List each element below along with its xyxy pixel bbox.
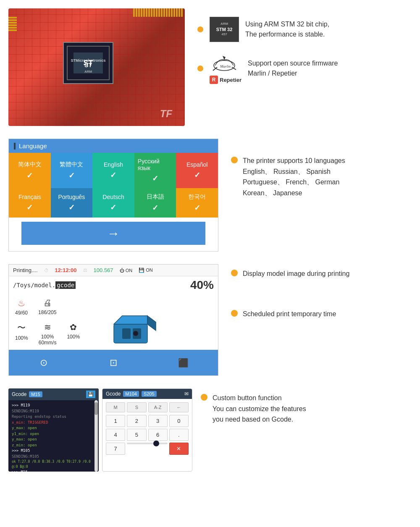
arm-feature-text: Using ARM STM 32 bit chip,The performanc… [245, 19, 329, 39]
bullet-dot-lang [231, 157, 238, 163]
bullet-dot-2 [197, 66, 203, 71]
lang-cell-pt[interactable]: Português ✓ [51, 188, 93, 218]
print-header: Printing.... ⏱ 12:12:00 ⚖ 100.567 ⏻ ON 💾… [9, 265, 218, 276]
gcode-btn-header-az: A-Z [148, 402, 168, 412]
arm-feature-row: ARM STM 32 457 Using ARM STM 32 bit chip… [197, 17, 338, 42]
stat-row-temp: ♨ 49/60 🖨 186/205 [15, 298, 95, 316]
gcode-buttons-header: Gcode M104 S205 ✉ [102, 389, 192, 399]
arrow-icon: → [107, 226, 120, 241]
gcode-btn-0[interactable]: 0 [169, 415, 189, 427]
svg-point-14 [133, 331, 138, 336]
gcode-btn-6[interactable]: 6 [148, 429, 168, 441]
svg-marker-10 [114, 316, 147, 324]
lang-cell-zh-cn[interactable]: 简体中文 ✓ [9, 153, 51, 188]
gcode-btn-dot[interactable]: . [169, 429, 189, 441]
print-filename: /Toys/model.gcode [13, 282, 76, 288]
gcode-btn-5[interactable]: 5 [127, 429, 146, 441]
board-label: TF [160, 108, 172, 120]
language-grid-row1[interactable]: 简体中文 ✓ 繁體中文 ✓ English ✓ Русский язык ✓ E… [9, 153, 218, 188]
lang-cell-ru[interactable]: Русский язык ✓ [134, 153, 176, 188]
marlin-logo: Marlin [210, 52, 239, 73]
section-gcode: Gcode M15 💾 >>> M119 SENDING:M119 Report… [8, 388, 412, 480]
print-controls-bar[interactable]: ⊙ ⊡ ⬛ [9, 350, 218, 375]
svg-text:STMicroelectronics: STMicroelectronics [71, 58, 105, 63]
lang-label-pt: Português [58, 194, 85, 200]
gcode-email-icon[interactable]: ✉ [184, 391, 189, 397]
camera-button[interactable]: ⬛ [171, 353, 196, 372]
repetier-r-icon: R [210, 76, 218, 84]
lang-cell-zh-tw[interactable]: 繁體中文 ✓ [51, 153, 93, 188]
lang-label-de: Deutsch [102, 194, 124, 200]
gcode-btn-clear[interactable]: ✕ [169, 443, 189, 455]
gcode-buttons-panel: Gcode M104 S205 ✉ M S A-Z ← 1 2 3 [102, 388, 192, 472]
lang-label-ja: 日本語 [147, 193, 164, 201]
svg-text:ARM: ARM [84, 70, 92, 73]
gcode-terminal-header: Gcode M15 💾 [8, 388, 99, 400]
display-model-feature: Display model image during printing [231, 268, 349, 279]
terminal-line-6: y1_min: open [12, 431, 95, 437]
lang-cell-ja[interactable]: 日本語 ✓ [134, 188, 176, 218]
circuit-board-image: STMicroelectronics ST ARM TF [8, 8, 185, 126]
gcode-number-buttons: 1 2 3 0 4 5 6 . 7 ✕ [106, 415, 189, 455]
print-on1: ⏻ ON [120, 268, 133, 273]
gcode-btn-4[interactable]: 4 [106, 429, 125, 441]
gcode-slider-container [127, 443, 168, 455]
lang-label-zh-tw: 繁體中文 [60, 161, 83, 168]
terminal-scrollbar[interactable] [94, 400, 98, 472]
repetier-logo: R Repetier [210, 76, 242, 84]
gcode-terminal-panel: Gcode M15 💾 >>> M119 SENDING:M119 Report… [8, 388, 99, 472]
lang-label-zh-cn: 简体中文 [18, 161, 42, 168]
lang-cell-fr[interactable]: Français ✓ [9, 188, 51, 218]
schedule-print-feature: Scheduled print temporary time [231, 309, 349, 320]
gcode-btn-1[interactable]: 1 [106, 415, 125, 427]
stat-temp1-value: 49/60 [15, 310, 28, 316]
gcode-btn-2[interactable]: 2 [127, 415, 146, 427]
svg-marker-11 [147, 316, 156, 330]
gcode-slider-track[interactable] [127, 443, 168, 444]
gcode-tag-right1[interactable]: M104 [123, 391, 139, 397]
speed-icon: 〜 [17, 322, 26, 333]
lang-label-ru: Русский язык [138, 158, 173, 171]
gcode-btn-header-back[interactable]: ← [169, 402, 189, 412]
lang-cell-es[interactable]: Español ✓ [176, 153, 218, 188]
print-on2: 💾 ON [139, 267, 153, 273]
terminal-line-7: y_max: open [12, 437, 95, 443]
lang-check-pt: ✓ [68, 203, 75, 212]
lang-cell-en[interactable]: English ✓ [92, 153, 134, 188]
stat-temp2-value: 186/205 [38, 309, 56, 315]
gcode-terminal-output: >>> M119 SENDING:M119 Reporting endstop … [8, 400, 99, 472]
arrow-next-button[interactable]: → [21, 222, 205, 245]
lang-cell-ko[interactable]: 한국어 ✓ [176, 188, 218, 218]
terminal-line-12: >>> M15 [12, 469, 95, 472]
main-chip: STMicroelectronics ST ARM [63, 42, 113, 84]
stop-button[interactable]: ⊡ [101, 353, 126, 372]
lang-label-ko: 한국어 [188, 193, 206, 201]
language-panel: Language 简体中文 ✓ 繁體中文 ✓ English ✓ Русский… [8, 139, 218, 252]
feed-icon: ≋ [44, 322, 51, 332]
lang-check-ko: ✓ [194, 203, 200, 212]
lang-cell-de[interactable]: Deutsch ✓ [92, 188, 134, 218]
gcode-tag-left[interactable]: M15 [29, 391, 42, 397]
gcode-slider-thumb[interactable] [153, 440, 159, 446]
gcode-btn-header-m: M [106, 402, 125, 412]
lang-check-es: ✓ [194, 170, 200, 180]
terminal-line-3: Reporting endstop status [12, 414, 95, 420]
gcode-save-icon[interactable]: 💾 [86, 391, 95, 398]
gcode-btn-3[interactable]: 3 [148, 415, 168, 427]
header-bar-icon [14, 143, 16, 149]
schedule-print-text: Scheduled print temporary time [243, 309, 336, 320]
gcode-btn-7[interactable]: 7 [106, 443, 125, 455]
language-panel-header: Language [9, 139, 218, 153]
bullet-dot-schedule [231, 310, 238, 317]
connectors-left [8, 17, 17, 31]
gcode-tag-right2[interactable]: S205 [142, 391, 157, 397]
gcode-buttons-grid: M S A-Z ← 1 2 3 0 4 5 6 . 7 [102, 399, 192, 458]
printing-panel: Printing.... ⏱ 12:12:00 ⚖ 100.567 ⏻ ON 💾… [8, 264, 218, 376]
language-grid-row2[interactable]: Français ✓ Português ✓ Deutsch ✓ 日本語 ✓ 한… [9, 188, 218, 218]
stat-nozzle-temp: ♨ 49/60 [15, 298, 28, 316]
features-list: ARM STM 32 457 Using ARM STM 32 bit chip… [197, 8, 338, 84]
svg-text:ST: ST [84, 62, 92, 68]
play-button[interactable]: ⊙ [31, 353, 56, 372]
lang-check-en: ✓ [110, 170, 116, 180]
section-printing: Printing.... ⏱ 12:12:00 ⚖ 100.567 ⏻ ON 💾… [8, 264, 412, 376]
